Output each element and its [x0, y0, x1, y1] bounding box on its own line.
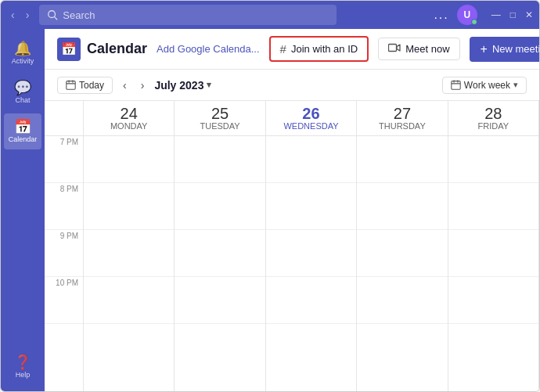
- day-cell-wed-9pm[interactable]: [266, 230, 356, 277]
- sidebar-label-calendar: Calendar: [9, 135, 38, 143]
- day-cell-tue-9pm[interactable]: [175, 230, 265, 277]
- join-with-id-label: Join with an ID: [291, 43, 358, 55]
- day-number-27: 27: [360, 106, 444, 121]
- day-cell-mon-9pm[interactable]: [84, 230, 174, 277]
- day-header-wed: 26 Wednesday: [266, 101, 357, 135]
- day-cell-fri-7pm[interactable]: [448, 136, 538, 183]
- calendar-box-icon: 📅: [61, 41, 77, 56]
- forward-arrow[interactable]: ›: [22, 7, 34, 23]
- day-column-wed: [266, 136, 357, 391]
- minimize-button[interactable]: —: [491, 9, 501, 20]
- day-header-tue: 25 Tuesday: [175, 101, 265, 135]
- add-google-button[interactable]: Add Google Calenda...: [157, 43, 260, 55]
- day-header-mon: 24 Monday: [84, 101, 175, 135]
- day-cell-fri-8pm[interactable]: [448, 183, 538, 230]
- nav-buttons: ‹ ›: [7, 7, 33, 23]
- day-cell-tue-7pm[interactable]: [175, 136, 265, 183]
- day-column-fri: [448, 136, 539, 391]
- calendar-grid: 24 Monday 25 Tuesday 26 Wednesday 27 Thu…: [45, 101, 539, 391]
- day-cell-thu-10pm[interactable]: [357, 277, 447, 324]
- time-column: 7 PM 8 PM 9 PM 10 PM: [45, 136, 84, 391]
- svg-line-1: [55, 17, 57, 20]
- calendar-toolbar: Today ‹ › July 2023 ▾: [45, 70, 539, 101]
- day-header-fri: 28 Friday: [448, 101, 539, 135]
- search-icon: [47, 9, 58, 20]
- prev-week-button[interactable]: ‹: [119, 77, 131, 93]
- sidebar-item-help[interactable]: ❓ Help: [4, 349, 41, 385]
- day-cell-mon-7pm[interactable]: [84, 136, 174, 183]
- day-cell-wed-10pm[interactable]: [266, 277, 356, 324]
- hash-icon: #: [280, 42, 286, 56]
- day-column-tue: [175, 136, 265, 391]
- sidebar-item-chat[interactable]: 💬 Chat: [4, 74, 41, 110]
- day-cell-thu-7pm[interactable]: [357, 136, 447, 183]
- work-week-label: Work week: [464, 80, 510, 91]
- content-area: 📅 Calendar Add Google Calenda... # Join …: [45, 29, 539, 391]
- more-options-button[interactable]: ...: [434, 8, 448, 22]
- day-cell-fri-10pm[interactable]: [448, 277, 538, 324]
- sidebar-item-activity[interactable]: 🔔 Activity: [4, 35, 41, 71]
- avatar-status: [471, 19, 477, 25]
- page-title: Calendar: [87, 41, 147, 57]
- today-label: Today: [79, 80, 104, 91]
- plus-icon: +: [481, 42, 488, 56]
- svg-rect-2: [389, 45, 397, 52]
- join-with-id-button[interactable]: # Join with an ID: [269, 36, 369, 62]
- time-gutter-header: [45, 101, 84, 135]
- avatar[interactable]: U: [457, 5, 477, 25]
- day-cell-wed-8pm[interactable]: [266, 183, 356, 230]
- next-week-button[interactable]: ›: [137, 77, 149, 93]
- day-cell-mon-10pm[interactable]: [84, 277, 174, 324]
- time-slot-8pm: 8 PM: [45, 183, 83, 230]
- meet-now-label: Meet now: [405, 43, 449, 55]
- main-layout: 🔔 Activity 💬 Chat 📅 Calendar ❓ Help: [1, 1, 539, 391]
- today-icon: [66, 80, 76, 90]
- day-cell-mon-8pm[interactable]: [84, 183, 174, 230]
- day-column-thu: [357, 136, 448, 391]
- search-placeholder: Search: [63, 9, 95, 21]
- back-arrow[interactable]: ‹: [7, 7, 19, 23]
- day-number-28: 28: [452, 106, 535, 121]
- day-cell-fri-9pm[interactable]: [448, 230, 538, 277]
- close-button[interactable]: ✕: [525, 9, 533, 20]
- month-year-text: July 2023: [154, 79, 203, 92]
- day-name-fri: Friday: [452, 121, 535, 131]
- view-chevron-icon: ▾: [513, 80, 518, 90]
- sidebar-item-calendar[interactable]: 📅 Calendar: [4, 113, 41, 149]
- chevron-down-icon: ▾: [207, 80, 211, 90]
- window-controls: — □ ✕: [491, 9, 533, 20]
- sidebar-label-chat: Chat: [15, 96, 30, 104]
- calendar-sidebar-icon: 📅: [14, 120, 31, 134]
- today-button[interactable]: Today: [57, 77, 113, 94]
- day-column-mon: [84, 136, 175, 391]
- day-number-26: 26: [269, 106, 353, 121]
- day-name-wed: Wednesday: [269, 121, 353, 131]
- day-cell-wed-7pm[interactable]: [266, 136, 356, 183]
- day-number-24: 24: [87, 106, 171, 121]
- day-name-thu: Thursday: [360, 121, 444, 131]
- maximize-button[interactable]: □: [510, 9, 516, 20]
- day-headers: 24 Monday 25 Tuesday 26 Wednesday 27 Thu…: [45, 101, 539, 136]
- title-bar-right: ... U — □ ✕: [434, 5, 533, 25]
- chat-icon: 💬: [14, 81, 31, 95]
- page-title-group: 📅 Calendar: [57, 38, 147, 61]
- help-icon: ❓: [14, 355, 31, 369]
- cal-toolbar-right: Work week ▾: [442, 77, 527, 94]
- day-cell-thu-8pm[interactable]: [357, 183, 447, 230]
- day-number-25: 25: [178, 106, 261, 121]
- day-cell-tue-8pm[interactable]: [175, 183, 265, 230]
- day-columns: [84, 136, 539, 391]
- new-meeting-button[interactable]: + New meeting: [470, 37, 539, 62]
- calendar-body: 7 PM 8 PM 9 PM 10 PM: [45, 136, 539, 391]
- day-cell-thu-9pm[interactable]: [357, 230, 447, 277]
- work-week-button[interactable]: Work week ▾: [442, 77, 527, 94]
- meet-now-button[interactable]: Meet now: [378, 38, 459, 60]
- time-slot-7pm: 7 PM: [45, 136, 83, 183]
- month-year-selector[interactable]: July 2023 ▾: [154, 79, 211, 92]
- view-icon: [451, 80, 461, 90]
- avatar-initials: U: [463, 9, 470, 20]
- page-toolbar: 📅 Calendar Add Google Calenda... # Join …: [45, 29, 539, 70]
- search-bar[interactable]: Search: [39, 5, 337, 25]
- day-cell-tue-10pm[interactable]: [175, 277, 265, 324]
- time-slot-9pm: 9 PM: [45, 230, 83, 277]
